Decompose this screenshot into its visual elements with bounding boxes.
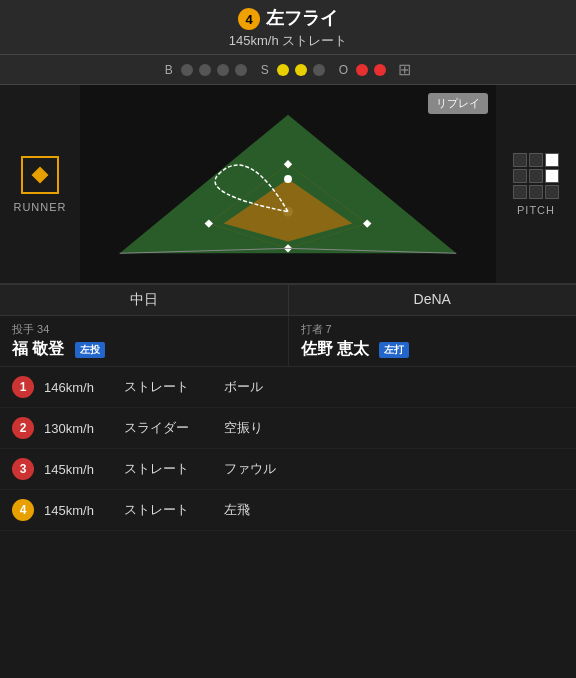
- pitch-cell-8: [529, 185, 543, 199]
- pitcher-name: 福 敬登 左投: [12, 339, 276, 360]
- pitch-speed-1: 146km/h: [44, 380, 124, 395]
- pitcher-hand: 左投: [75, 342, 105, 358]
- strike-dot-2: [295, 64, 307, 76]
- pitch-row-4: 4 145km/h ストレート 左飛: [0, 490, 576, 531]
- ball-dot-3: [217, 64, 229, 76]
- pitch-speed-3: 145km/h: [44, 462, 124, 477]
- team-row: 中日 DeNA: [0, 285, 576, 316]
- pitcher-role: 投手 34: [12, 322, 276, 337]
- svg-point-8: [284, 175, 292, 183]
- pitch-panel: PITCH: [496, 85, 576, 283]
- out-dot-1: [356, 64, 368, 76]
- strike-dot-3: [313, 64, 325, 76]
- pitch-result-4: 左飛: [224, 501, 250, 519]
- pitch-type-2: スライダー: [124, 419, 224, 437]
- ball-dot-1: [181, 64, 193, 76]
- pitch-num-2: 2: [12, 417, 34, 439]
- ball-dot-4: [235, 64, 247, 76]
- player-row: 投手 34 福 敬登 左投 打者 7 佐野 恵太 左打: [0, 316, 576, 367]
- inning-badge: 4: [238, 8, 260, 30]
- pitch-cell-7: [513, 185, 527, 199]
- pitch-cell-2: [529, 153, 543, 167]
- pitch-type-4: ストレート: [124, 501, 224, 519]
- pitch-num-4: 4: [12, 499, 34, 521]
- pitch-row-2: 2 130km/h スライダー 空振り: [0, 408, 576, 449]
- pitch-cell-1: [513, 153, 527, 167]
- pitch-result-2: 空振り: [224, 419, 263, 437]
- pitch-cell-6: [545, 169, 559, 183]
- pitch-list: 1 146km/h ストレート ボール 2 130km/h スライダー 空振り …: [0, 367, 576, 531]
- strike-label: S: [261, 63, 269, 77]
- replay-button[interactable]: リプレイ: [428, 93, 488, 114]
- pitch-num-3: 3: [12, 458, 34, 480]
- play-result: 4左フライ: [0, 6, 576, 30]
- ball-label: B: [165, 63, 173, 77]
- batter-hand: 左打: [379, 342, 409, 358]
- team-left: 中日: [0, 285, 289, 315]
- header: 4左フライ 145km/h ストレート: [0, 0, 576, 55]
- pitch-result-3: ファウル: [224, 460, 276, 478]
- out-label: O: [339, 63, 348, 77]
- runner-panel: RUNNER: [0, 85, 80, 283]
- pitch-grid: [513, 153, 559, 199]
- pitch-type-1: ストレート: [124, 378, 224, 396]
- pitcher-cell: 投手 34 福 敬登 左投: [0, 316, 289, 366]
- runner-label: RUNNER: [13, 201, 66, 213]
- pitch-cell-3: [545, 153, 559, 167]
- pitch-row-3: 3 145km/h ストレート ファウル: [0, 449, 576, 490]
- batter-role: 打者 7: [301, 322, 565, 337]
- pitch-speed-4: 145km/h: [44, 503, 124, 518]
- batter-cell: 打者 7 佐野 恵太 左打: [289, 316, 577, 366]
- field-section: RUNNER リプレイ: [0, 85, 576, 285]
- ball-dot-2: [199, 64, 211, 76]
- pitch-cell-5: [529, 169, 543, 183]
- pitch-speed-2: 130km/h: [44, 421, 124, 436]
- batter-name: 佐野 恵太 左打: [301, 339, 565, 360]
- pitch-type-3: ストレート: [124, 460, 224, 478]
- field-svg: [80, 85, 496, 283]
- count-bar: B S O ⊞: [0, 55, 576, 85]
- strike-dot-1: [277, 64, 289, 76]
- pitch-cell-9: [545, 185, 559, 199]
- field-canvas: リプレイ: [80, 85, 496, 283]
- pitch-grid-container: PITCH: [513, 153, 559, 216]
- svg-rect-0: [32, 167, 49, 184]
- pitch-row-1: 1 146km/h ストレート ボール: [0, 367, 576, 408]
- pitch-info: 145km/h ストレート: [0, 32, 576, 50]
- runner-icon: [20, 155, 60, 195]
- menu-icon[interactable]: ⊞: [398, 60, 411, 79]
- pitch-result-1: ボール: [224, 378, 263, 396]
- pitch-num-1: 1: [12, 376, 34, 398]
- pitch-cell-4: [513, 169, 527, 183]
- pitch-label: PITCH: [517, 204, 555, 216]
- team-right: DeNA: [289, 285, 577, 315]
- out-dot-2: [374, 64, 386, 76]
